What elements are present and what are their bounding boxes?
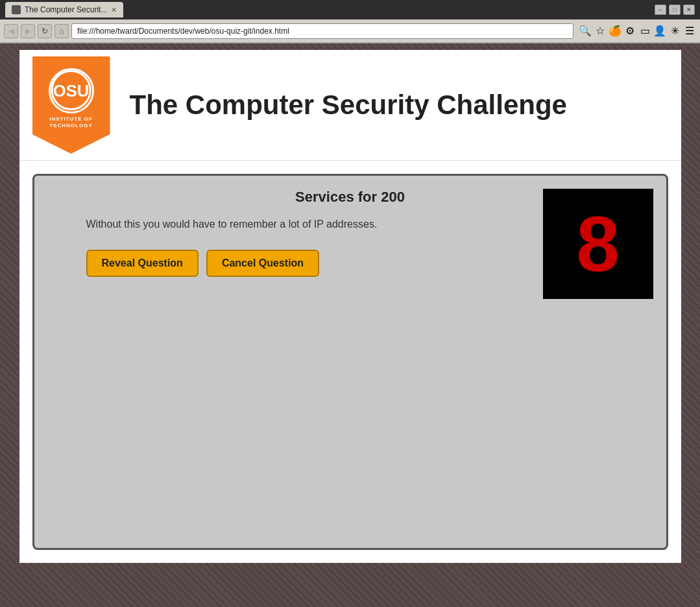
browser-chrome: The Computer Securit... ✕ – □ ✕ ◀ ▶ ↻ ⌂ … bbox=[0, 0, 700, 43]
search-icon[interactable]: 🔍 bbox=[579, 25, 592, 38]
tab-title: The Computer Securit... bbox=[25, 5, 107, 14]
reveal-question-button[interactable]: Reveal Question bbox=[86, 250, 199, 277]
nav-bar: ◀ ▶ ↻ ⌂ file:///home/tward/Documents/dev… bbox=[0, 19, 700, 43]
back-button[interactable]: ◀ bbox=[4, 24, 18, 38]
page-content: OSU INSTITUTE OF TECHNOLOGY The Computer… bbox=[19, 50, 681, 563]
settings-icon[interactable]: ⚙ bbox=[623, 25, 636, 38]
home-button[interactable]: ⌂ bbox=[54, 24, 69, 38]
close-button[interactable]: ✕ bbox=[683, 5, 695, 15]
osu-logo: OSU INSTITUTE OF TECHNOLOGY bbox=[32, 56, 110, 154]
page-title: The Computer Security Challenge bbox=[130, 89, 567, 121]
title-bar: The Computer Securit... ✕ – □ ✕ bbox=[0, 0, 700, 19]
page-background: OSU INSTITUTE OF TECHNOLOGY The Computer… bbox=[0, 43, 700, 607]
nav-icons: 🔍 ☆ 🍊 ⚙ ▭ 👤 ✳ ☰ bbox=[579, 25, 696, 38]
timer-box: 8 bbox=[543, 189, 653, 299]
svg-text:OSU: OSU bbox=[53, 82, 88, 100]
timer-display: 8 bbox=[576, 205, 620, 283]
url-text: file:///home/tward/Documents/dev/web/osu… bbox=[77, 27, 289, 36]
cancel-question-button[interactable]: Cancel Question bbox=[206, 250, 319, 277]
minimize-button[interactable]: – bbox=[655, 5, 666, 15]
window-controls: – □ ✕ bbox=[655, 5, 695, 15]
quiz-area: 8 Services for 200 Without this you woul… bbox=[19, 161, 681, 563]
page-header: OSU INSTITUTE OF TECHNOLOGY The Computer… bbox=[19, 50, 681, 161]
profile-icon[interactable]: 👤 bbox=[653, 25, 666, 38]
browser-tab[interactable]: The Computer Securit... ✕ bbox=[5, 2, 123, 18]
tab-close-icon[interactable]: ✕ bbox=[111, 6, 117, 14]
logo-text: INSTITUTE OF TECHNOLOGY bbox=[49, 116, 93, 130]
extension1-icon[interactable]: 🍊 bbox=[609, 25, 622, 38]
quiz-card: 8 Services for 200 Without this you woul… bbox=[32, 174, 668, 550]
bookmark-icon[interactable]: ☆ bbox=[594, 25, 607, 38]
forward-button[interactable]: ▶ bbox=[21, 24, 35, 38]
sidebar-icon[interactable]: ▭ bbox=[638, 25, 651, 38]
extension2-icon[interactable]: ✳ bbox=[668, 25, 681, 38]
menu-icon[interactable]: ☰ bbox=[683, 25, 696, 38]
tab-favicon bbox=[12, 5, 21, 14]
logo-osu-text: OSU bbox=[49, 68, 94, 113]
address-bar[interactable]: file:///home/tward/Documents/dev/web/osu… bbox=[71, 23, 573, 39]
maximize-button[interactable]: □ bbox=[669, 5, 681, 15]
reload-button[interactable]: ↻ bbox=[38, 24, 52, 38]
